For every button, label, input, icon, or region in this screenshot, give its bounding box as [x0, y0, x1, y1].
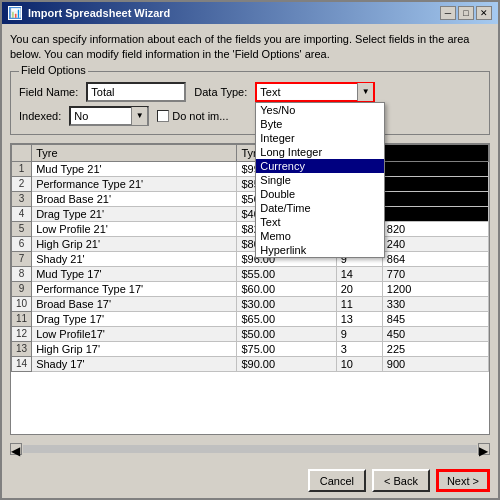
row-extra: 845 [382, 311, 488, 326]
row-tyre: Drag Type 21' [32, 206, 237, 221]
scroll-left-btn[interactable]: ◀ [10, 443, 22, 455]
row-tyre: High Grip 21' [32, 236, 237, 251]
wizard-footer: Cancel < Back Next > [2, 463, 498, 498]
horizontal-scrollbar[interactable]: ◀ ▶ [10, 443, 490, 455]
row-extra: 330 [382, 296, 488, 311]
row-extra: 450 [382, 326, 488, 341]
row-extra: 770 [382, 266, 488, 281]
row-number: 2 [12, 176, 32, 191]
row-qty: 3 [336, 341, 382, 356]
table-row: 12Low Profile17'$50.009450 [12, 326, 489, 341]
row-cost: $75.00 [237, 341, 336, 356]
table-row: 10Broad Base 17'$30.0011330 [12, 296, 489, 311]
datatype-value: Text [257, 85, 357, 99]
row-number: 9 [12, 281, 32, 296]
table-row: 2Performance Type 21'$85.0016 [12, 176, 489, 191]
dropdown-item-single[interactable]: Single [256, 173, 384, 187]
indexed-value: No [71, 109, 131, 123]
col-header-num [12, 144, 32, 161]
row-tyre: Performance Type 17' [32, 281, 237, 296]
cancel-button[interactable]: Cancel [308, 469, 366, 492]
row-tyre: Performance Type 21' [32, 176, 237, 191]
maximize-button[interactable]: □ [458, 6, 474, 20]
row-extra: 900 [382, 356, 488, 371]
do-not-import-label: Do not im... [172, 110, 228, 122]
table-row: 13High Grip 17'$75.003225 [12, 341, 489, 356]
row-qty: 9 [336, 326, 382, 341]
indexed-select-wrapper: No ▼ [69, 106, 149, 126]
group-label: Field Options [19, 64, 88, 76]
scroll-right-btn[interactable]: ▶ [478, 443, 490, 455]
row-cost: $60.00 [237, 281, 336, 296]
indexed-label: Indexed: [19, 110, 61, 122]
field-options-group: Field Options Field Name: Data Type: Tex… [10, 71, 490, 135]
row-number: 7 [12, 251, 32, 266]
dropdown-item-integer[interactable]: Integer [256, 131, 384, 145]
row-extra: 225 [382, 341, 488, 356]
row-number: 3 [12, 191, 32, 206]
row-extra: 1200 [382, 281, 488, 296]
row-number: 8 [12, 266, 32, 281]
dropdown-item-text[interactable]: Text [256, 215, 384, 229]
row-extra [382, 176, 488, 191]
next-button[interactable]: Next > [436, 469, 490, 492]
row-tyre: Low Profile 21' [32, 221, 237, 236]
table-row: 4Drag Type 21'$40.007 [12, 206, 489, 221]
field-name-input[interactable] [86, 82, 186, 102]
wizard-description: You can specify information about each o… [10, 32, 490, 63]
field-name-label: Field Name: [19, 86, 78, 98]
minimize-button[interactable]: ─ [440, 6, 456, 20]
row-extra: 864 [382, 251, 488, 266]
dropdown-item-byte[interactable]: Byte [256, 117, 384, 131]
dropdown-item-currency[interactable]: Currency [256, 159, 384, 173]
table-row: 8Mud Type 17'$55.0014770 [12, 266, 489, 281]
dropdown-item-memo[interactable]: Memo [256, 229, 384, 243]
row-extra [382, 206, 488, 221]
dropdown-item-longinteger[interactable]: Long Integer [256, 145, 384, 159]
field-options-row2: Indexed: No ▼ Do not im... [19, 106, 481, 126]
row-tyre: Shady 17' [32, 356, 237, 371]
row-number: 1 [12, 161, 32, 176]
row-cost: $65.00 [237, 311, 336, 326]
col-header-tyre: Tyre [32, 144, 237, 161]
dropdown-item-double[interactable]: Double [256, 187, 384, 201]
datatype-dropdown-arrow[interactable]: ▼ [357, 83, 373, 101]
row-extra: 240 [382, 236, 488, 251]
window-title: Import Spreadsheet Wizard [28, 7, 170, 19]
row-number: 5 [12, 221, 32, 236]
indexed-dropdown-arrow[interactable]: ▼ [131, 107, 147, 125]
table-row: 9Performance Type 17'$60.00201200 [12, 281, 489, 296]
row-qty: 20 [336, 281, 382, 296]
do-not-import-checkbox[interactable] [157, 110, 169, 122]
row-number: 11 [12, 311, 32, 326]
table-row: 5Low Profile 21'$82.0010820 [12, 221, 489, 236]
datatype-container: Text ▼ Yes/No Byte Integer Long Integer … [255, 82, 375, 102]
row-qty: 13 [336, 311, 382, 326]
dropdown-item-yesno[interactable]: Yes/No [256, 103, 384, 117]
datatype-label: Data Type: [194, 86, 247, 98]
scroll-track [23, 445, 477, 453]
row-cost: $30.00 [237, 296, 336, 311]
row-cost: $90.00 [237, 356, 336, 371]
row-tyre: Broad Base 17' [32, 296, 237, 311]
datatype-dropdown-menu: Yes/No Byte Integer Long Integer Currenc… [255, 102, 385, 258]
back-button[interactable]: < Back [372, 469, 430, 492]
field-options-row1: Field Name: Data Type: Text ▼ Yes/No Byt… [19, 82, 481, 102]
row-tyre: Shady 21' [32, 251, 237, 266]
dropdown-item-hyperlink[interactable]: Hyperlink [256, 243, 384, 257]
close-button[interactable]: ✕ [476, 6, 492, 20]
col-header-extra [382, 144, 488, 161]
data-table: Tyre Tyre Cost Qty 1Mud Type 21'$99.0052… [11, 144, 489, 372]
row-tyre: High Grip 17' [32, 341, 237, 356]
data-table-container: Tyre Tyre Cost Qty 1Mud Type 21'$99.0052… [10, 143, 490, 435]
table-row: 3Broad Base 21'$50.006 [12, 191, 489, 206]
row-extra [382, 191, 488, 206]
row-tyre: Drag Type 17' [32, 311, 237, 326]
row-number: 10 [12, 296, 32, 311]
table-row: 1Mud Type 21'$99.005 [12, 161, 489, 176]
do-not-import-container: Do not im... [157, 110, 228, 122]
dropdown-item-datetime[interactable]: Date/Time [256, 201, 384, 215]
row-qty: 10 [336, 356, 382, 371]
row-number: 6 [12, 236, 32, 251]
row-tyre: Low Profile17' [32, 326, 237, 341]
